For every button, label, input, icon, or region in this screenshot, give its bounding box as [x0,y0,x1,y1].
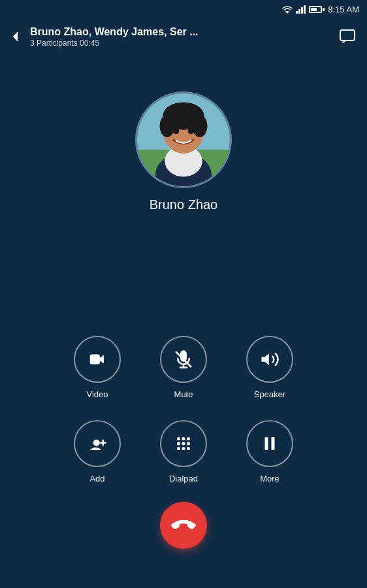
speaker-control[interactable]: Speaker [246,336,293,399]
svg-point-10 [192,115,207,138]
svg-rect-26 [272,437,275,450]
wifi-icon [282,5,293,14]
dialpad-icon [174,434,193,453]
svg-point-16 [177,437,180,440]
avatar-image [137,91,230,188]
controls-row-2: Add Dialpad [74,420,293,483]
controls-section: Video Mute Speaker [74,336,293,483]
avatar-section: Bruno Zhao [135,91,232,212]
video-icon [88,350,107,369]
svg-point-22 [177,447,180,450]
controls-row-1: Video Mute Speaker [74,336,293,399]
add-participant-icon [88,434,107,453]
mute-label: Mute [174,389,193,399]
mute-control[interactable]: Mute [160,336,207,399]
svg-marker-0 [285,11,289,14]
chat-button[interactable] [336,25,359,48]
speaker-button[interactable] [246,336,293,383]
mute-icon [174,350,193,369]
avatar-name: Bruno Zhao [150,197,218,212]
video-control[interactable]: Video [74,336,121,399]
svg-rect-25 [265,437,268,450]
svg-point-18 [187,437,190,440]
video-button[interactable] [74,336,121,383]
add-label: Add [89,474,104,483]
add-button[interactable] [74,420,121,467]
avatar [135,91,232,188]
dialpad-button[interactable] [160,420,207,467]
svg-point-9 [160,115,175,138]
svg-rect-1 [340,30,355,41]
dialpad-control[interactable]: Dialpad [160,420,207,483]
add-control[interactable]: Add [74,420,121,483]
back-button[interactable] [8,29,24,44]
svg-point-11 [173,128,180,135]
svg-point-23 [182,447,185,450]
svg-point-17 [182,437,185,440]
svg-point-21 [187,442,190,446]
svg-point-19 [177,442,180,446]
battery-icon [309,6,325,13]
svg-point-20 [182,442,185,446]
status-time: 8:15 AM [328,5,359,14]
video-label: Video [86,389,108,399]
header-info: Bruno Zhao, Wendy James, Ser ... 3 Parti… [30,26,336,48]
more-button[interactable] [246,420,293,467]
status-bar: 8:15 AM [0,0,367,18]
signal-icon [296,5,306,14]
end-call-button[interactable] [160,502,207,549]
more-control[interactable]: More [246,420,293,483]
call-subtitle: 3 Participants 00:45 [30,39,336,48]
more-label: More [260,474,279,483]
call-title: Bruno Zhao, Wendy James, Ser ... [30,26,336,38]
pause-icon [260,434,279,453]
svg-point-24 [187,447,190,450]
header: Bruno Zhao, Wendy James, Ser ... 3 Parti… [0,18,367,55]
speaker-icon [260,350,279,369]
end-call-icon [168,510,199,541]
svg-point-12 [188,128,195,135]
speaker-label: Speaker [254,389,285,399]
status-icons: 8:15 AM [282,5,359,14]
mute-button[interactable] [160,336,207,383]
dialpad-label: Dialpad [169,474,198,483]
